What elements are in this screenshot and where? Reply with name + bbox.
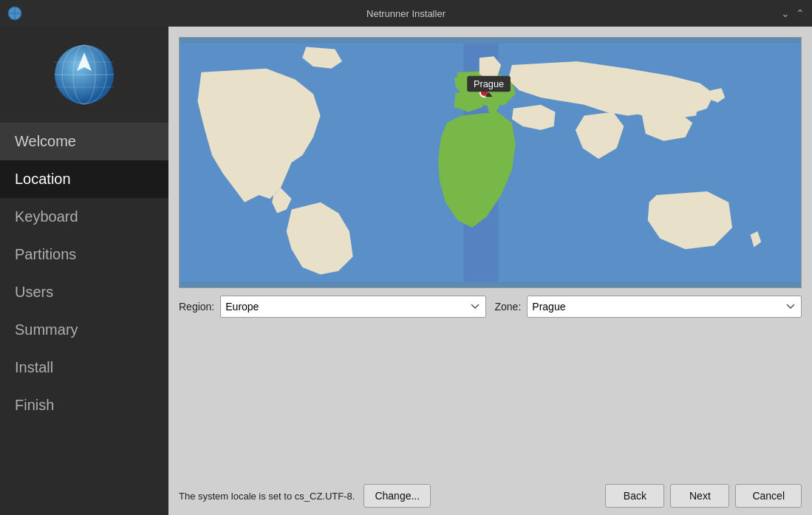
- maximize-icon[interactable]: ⌃: [796, 7, 805, 19]
- sidebar-item-finish[interactable]: Finish: [0, 386, 168, 424]
- svg-text:Prague: Prague: [474, 78, 504, 89]
- cancel-button[interactable]: Cancel: [735, 484, 802, 508]
- sidebar-item-welcome[interactable]: Welcome: [0, 123, 168, 160]
- right-panel: Prague Region: Europe Africa America Asi…: [168, 27, 812, 515]
- next-button[interactable]: Next: [670, 484, 729, 508]
- zone-label: Zone:: [495, 301, 522, 313]
- sidebar-item-keyboard[interactable]: Keyboard: [0, 198, 168, 236]
- sidebar-item-location[interactable]: Location: [0, 160, 168, 198]
- spacer: [168, 325, 812, 477]
- change-button[interactable]: Change...: [364, 484, 431, 508]
- sidebar-logo: [51, 41, 117, 108]
- bottom-buttons: Back Next Cancel: [605, 484, 802, 508]
- region-select[interactable]: Europe Africa America Asia Australia Atl…: [220, 296, 485, 318]
- main-content: Welcome Location Keyboard Partitions Use…: [0, 27, 812, 515]
- sidebar-item-users[interactable]: Users: [0, 273, 168, 311]
- region-zone-row: Region: Europe Africa America Asia Austr…: [168, 288, 812, 325]
- locale-text: The system locale is set to cs_CZ.UTF-8.: [179, 491, 355, 502]
- sidebar-item-summary[interactable]: Summary: [0, 311, 168, 349]
- minimize-icon[interactable]: ⌄: [781, 7, 790, 19]
- titlebar: Netrunner Installer ⌄ ⌃: [0, 0, 812, 27]
- back-button[interactable]: Back: [605, 484, 664, 508]
- sidebar: Welcome Location Keyboard Partitions Use…: [0, 27, 168, 515]
- window-title: Netrunner Installer: [366, 8, 446, 19]
- zone-select[interactable]: Prague Amsterdam Berlin Paris Warsaw Vie…: [527, 296, 802, 318]
- bottom-bar: The system locale is set to cs_CZ.UTF-8.…: [168, 477, 812, 515]
- sidebar-item-install[interactable]: Install: [0, 349, 168, 386]
- region-group: Region: Europe Africa America Asia Austr…: [179, 296, 486, 318]
- region-label: Region:: [179, 301, 214, 313]
- sidebar-item-partitions[interactable]: Partitions: [0, 236, 168, 273]
- zone-group: Zone: Prague Amsterdam Berlin Paris Wars…: [495, 296, 802, 318]
- world-map[interactable]: Prague: [179, 37, 802, 288]
- sidebar-nav: Welcome Location Keyboard Partitions Use…: [0, 123, 168, 424]
- window-controls[interactable]: ⌄ ⌃: [781, 7, 805, 19]
- app-icon: [7, 6, 22, 21]
